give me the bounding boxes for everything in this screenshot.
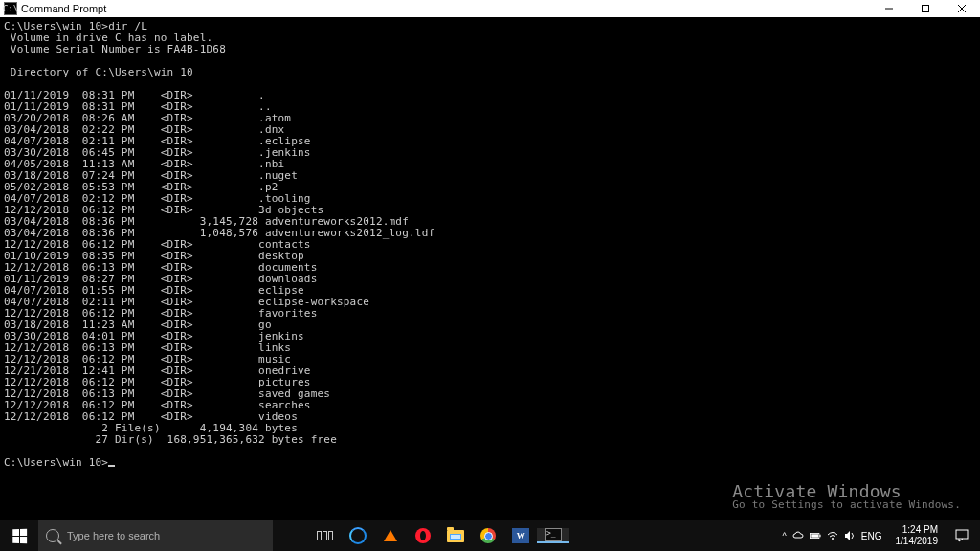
app-edge[interactable] [342,527,374,544]
app-file-explorer[interactable] [439,530,472,542]
word-icon: W [512,528,529,543]
app-vlc[interactable] [374,530,407,541]
search-placeholder: Type here to search [67,530,160,541]
system-tray[interactable]: ^ ENG [777,530,888,541]
start-button[interactable] [0,529,38,543]
app-command-prompt[interactable]: >_ [537,528,569,543]
clock-date: 1/14/2019 [896,536,939,547]
svg-rect-1 [923,6,929,12]
watermark-title: Activate Windows [732,486,961,497]
current-prompt[interactable]: C:\Users\win 10> [4,456,108,469]
volume-tray-icon[interactable] [844,530,856,541]
titlebar[interactable]: C:\ Command Prompt [0,0,980,17]
clock[interactable]: 1:24 PM 1/14/2019 [890,524,945,547]
onedrive-tray-icon[interactable] [792,530,804,541]
command-prompt-window: C:\ Command Prompt C:\Users\win 10>dir /… [0,0,980,551]
terminal-output[interactable]: C:\Users\win 10>dir /L Volume in drive C… [0,17,980,520]
app-chrome[interactable] [472,528,504,543]
app-opera[interactable] [407,528,439,543]
window-title: Command Prompt [21,3,871,14]
notification-icon [955,529,969,542]
search-input[interactable]: Type here to search [38,520,273,551]
cursor [108,465,115,467]
watermark-subtitle: Go to Settings to activate Windows. [732,499,961,511]
minimize-button[interactable] [871,0,907,17]
edge-icon [349,527,367,544]
cmd-icon: C:\ [4,2,17,15]
task-view-button[interactable] [307,531,342,540]
battery-tray-icon[interactable] [810,530,821,541]
window-controls [871,0,980,17]
windows-logo-icon [12,528,27,542]
activate-windows-watermark: Activate WindowsGo to Settings to activa… [732,486,961,511]
language-indicator[interactable]: ENG [861,531,882,541]
maximize-button[interactable] [907,0,944,17]
folder-icon [447,530,464,542]
clock-time: 1:24 PM [896,524,939,536]
vlc-icon [384,530,397,541]
svg-point-7 [832,538,834,540]
taskbar: Type here to search W >_ ^ [0,520,980,551]
app-word[interactable]: W [504,528,537,543]
opera-icon [415,528,431,543]
svg-rect-5 [819,535,820,538]
chrome-icon [480,528,496,543]
cmd-taskbar-icon: >_ [545,528,562,541]
svg-rect-6 [811,534,818,537]
action-center-button[interactable] [946,529,978,542]
tray-overflow-icon[interactable]: ^ [783,531,787,540]
svg-rect-8 [956,530,968,539]
search-icon [46,529,59,542]
close-button[interactable] [944,0,980,17]
wifi-tray-icon[interactable] [827,530,838,541]
task-view-icon [317,531,333,540]
